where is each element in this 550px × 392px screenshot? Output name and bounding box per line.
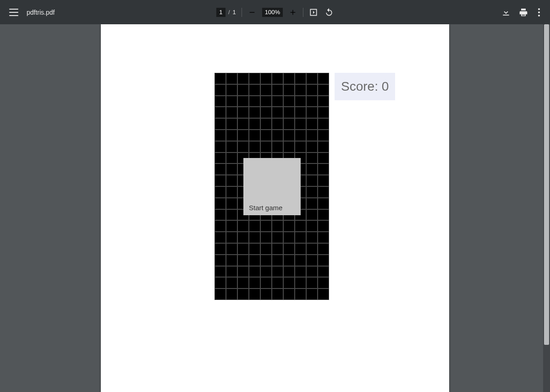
grid-cell [238,73,248,84]
grid-cell [261,232,271,243]
grid-cell [307,164,317,174]
grid-cell [307,210,317,220]
scrollbar-thumb[interactable] [544,24,549,345]
grid-cell [226,289,237,299]
grid-cell [261,267,271,277]
grid-cell [261,244,271,254]
grid-cell [272,73,283,84]
page-current-input[interactable]: 1 [216,8,226,17]
grid-cell [215,255,226,266]
grid-cell [318,107,329,118]
grid-cell [226,267,237,277]
grid-cell [238,107,248,118]
grid-cell [272,96,283,107]
tetris-grid[interactable]: Start game [214,73,329,300]
grid-cell [307,198,317,209]
grid-cell [307,232,317,243]
toolbar-divider [303,8,303,17]
pdf-toolbar: pdftris.pdf 1 / 1 100% [0,0,550,24]
zoom-in-button[interactable] [288,8,297,17]
pdf-viewer[interactable]: Start game Score: 0 [0,24,550,392]
grid-cell [261,85,271,95]
grid-cell [272,107,283,118]
grid-cell [307,289,317,299]
grid-cell [295,142,306,152]
grid-cell [295,107,306,118]
grid-cell [284,289,294,299]
grid-cell [215,210,226,220]
grid-cell [318,244,329,254]
print-button[interactable] [519,8,528,17]
grid-cell [261,73,271,84]
grid-cell [318,267,329,277]
grid-cell [295,130,306,141]
more-menu-button[interactable] [536,6,542,18]
grid-cell [284,278,294,288]
grid-cell [307,187,317,197]
grid-cell [261,119,271,129]
grid-cell [307,96,317,107]
toolbar-center: 1 / 1 100% [216,8,334,17]
grid-cell [284,232,294,243]
grid-cell [272,119,283,129]
grid-cell [238,278,248,288]
grid-cell [238,255,248,266]
zoom-level-input[interactable]: 100% [262,8,283,17]
grid-cell [284,221,294,231]
toolbar-divider [242,8,242,17]
grid-cell [226,153,237,163]
zoom-out-button[interactable] [248,8,257,17]
grid-cell [318,255,329,266]
grid-cell [318,96,329,107]
grid-cell [318,232,329,243]
start-game-button[interactable]: Start game [243,158,301,215]
grid-cell [249,85,260,95]
vertical-scrollbar[interactable] [543,24,550,392]
grid-cell [307,267,317,277]
grid-cell [238,96,248,107]
score-display: Score: 0 [335,73,395,100]
grid-cell [261,107,271,118]
page-navigator: 1 / 1 [216,8,236,17]
grid-cell [284,85,294,95]
grid-cell [261,130,271,141]
grid-cell [318,210,329,220]
grid-cell [272,289,283,299]
grid-cell [307,244,317,254]
grid-cell [272,278,283,288]
grid-cell [261,96,271,107]
grid-cell [226,96,237,107]
pdf-page: Start game Score: 0 [101,24,449,392]
grid-cell [215,153,226,163]
grid-cell [272,244,283,254]
page-separator: / [228,9,230,16]
grid-cell [307,153,317,163]
grid-cell [307,175,317,186]
grid-cell [215,244,226,254]
tetris-game: Start game [214,73,329,300]
grid-cell [261,278,271,288]
grid-cell [215,221,226,231]
grid-cell [226,119,237,129]
grid-cell [318,153,329,163]
grid-cell [249,244,260,254]
grid-cell [261,142,271,152]
grid-cell [226,107,237,118]
grid-cell [318,278,329,288]
menu-icon[interactable] [9,9,18,16]
grid-cell [272,255,283,266]
grid-cell [295,267,306,277]
grid-cell [284,119,294,129]
fit-page-button[interactable] [309,8,318,17]
grid-cell [318,175,329,186]
grid-cell [307,119,317,129]
grid-cell [318,198,329,209]
download-button[interactable] [501,8,511,17]
grid-cell [295,96,306,107]
rotate-button[interactable] [324,8,334,17]
document-filename: pdftris.pdf [27,9,55,16]
score-label: Score: [341,79,382,93]
grid-cell [215,175,226,186]
grid-cell [226,244,237,254]
grid-cell [226,210,237,220]
